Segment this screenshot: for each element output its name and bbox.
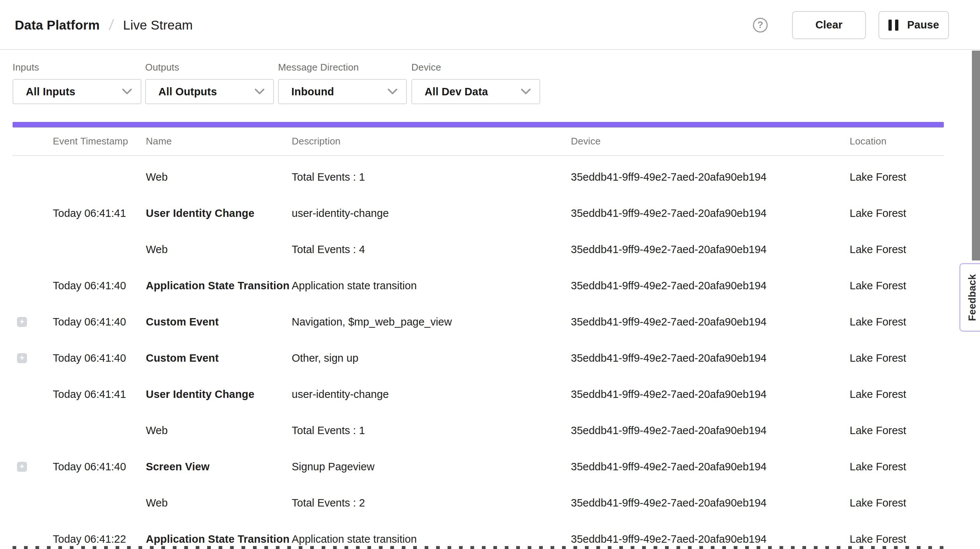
event-device: 35eddb41-9ff9-49e2-7aed-20afa90eb194 <box>571 207 850 219</box>
table-row[interactable]: + Today 06:41:40 Custom Event Navigation… <box>13 304 944 340</box>
event-device: 35eddb41-9ff9-49e2-7aed-20afa90eb194 <box>571 171 850 183</box>
expand-cell: + <box>13 281 53 291</box>
filter-message-direction-label: Message Direction <box>278 62 407 73</box>
table-row[interactable]: + Web Total Events : 4 35eddb41-9ff9-49e… <box>13 231 944 268</box>
expand-plus-icon[interactable]: + <box>17 462 27 472</box>
event-name: Custom Event <box>146 316 292 328</box>
expand-cell: + <box>13 462 53 472</box>
event-name: Web <box>146 243 292 256</box>
vertical-scrollbar[interactable] <box>972 51 980 260</box>
event-timestamp: Today 06:41:40 <box>53 461 146 473</box>
event-device: 35eddb41-9ff9-49e2-7aed-20afa90eb194 <box>571 388 850 401</box>
table-row[interactable]: + Web Total Events : 2 35eddb41-9ff9-49e… <box>13 485 944 521</box>
event-name: Web <box>146 497 292 509</box>
event-timestamp: Today 06:41:40 <box>53 316 146 328</box>
message-direction-dropdown[interactable]: Inbound <box>278 79 407 104</box>
chevron-down-icon <box>388 89 397 94</box>
table-row[interactable]: + Today 06:41:40 Application State Trans… <box>13 268 944 304</box>
event-description: Signup Pageview <box>292 461 571 473</box>
table-row[interactable]: + Today 06:41:41 User Identity Change us… <box>13 376 944 412</box>
help-icon[interactable]: ? <box>753 18 768 32</box>
header-actions: ? Clear Pause <box>753 0 949 50</box>
expand-cell: + <box>13 244 53 255</box>
breadcrumb-separator: / <box>108 17 115 33</box>
event-description: Total Events : 2 <box>292 497 571 509</box>
event-device: 35eddb41-9ff9-49e2-7aed-20afa90eb194 <box>571 425 850 437</box>
event-location: Lake Forest <box>850 425 944 437</box>
breadcrumb: Data Platform / Live Stream <box>15 0 193 50</box>
event-location: Lake Forest <box>850 280 944 292</box>
event-description: Application state transition <box>292 533 571 545</box>
outputs-dropdown-value: All Outputs <box>158 86 217 98</box>
filter-device-label: Device <box>411 62 540 73</box>
event-location: Lake Forest <box>850 533 944 545</box>
chevron-down-icon <box>255 89 264 94</box>
feedback-tab[interactable]: Feedback <box>959 263 980 332</box>
event-description: Other, sign up <box>292 352 571 364</box>
inputs-dropdown[interactable]: All Inputs <box>13 79 142 104</box>
event-location: Lake Forest <box>850 352 944 364</box>
event-location: Lake Forest <box>850 388 944 401</box>
pause-button[interactable]: Pause <box>878 11 949 39</box>
breadcrumb-data-platform[interactable]: Data Platform <box>15 18 100 32</box>
table-row[interactable]: + Today 06:41:22 Application State Trans… <box>13 521 944 549</box>
event-name: Screen View <box>146 461 292 473</box>
chevron-down-icon <box>521 89 531 94</box>
event-device: 35eddb41-9ff9-49e2-7aed-20afa90eb194 <box>571 243 850 256</box>
live-stream-page: Data Platform / Live Stream ? Clear Paus… <box>0 0 980 549</box>
event-name: Application State Transition <box>146 533 292 545</box>
event-timestamp: Today 06:41:22 <box>53 533 146 545</box>
table-row[interactable]: + Today 06:41:40 Custom Event Other, sig… <box>13 340 944 376</box>
event-location: Lake Forest <box>850 497 944 509</box>
event-device: 35eddb41-9ff9-49e2-7aed-20afa90eb194 <box>571 533 850 545</box>
chevron-down-icon <box>122 89 132 94</box>
expand-cell: + <box>13 426 53 436</box>
message-direction-dropdown-value: Inbound <box>291 86 334 98</box>
event-timestamp: Today 06:41:40 <box>53 352 146 364</box>
event-device: 35eddb41-9ff9-49e2-7aed-20afa90eb194 <box>571 280 850 292</box>
filter-inputs-label: Inputs <box>13 62 142 73</box>
event-location: Lake Forest <box>850 461 944 473</box>
table-row[interactable]: + Web Total Events : 1 35eddb41-9ff9-49e… <box>13 412 944 448</box>
column-header-location: Location <box>850 136 944 147</box>
event-timestamp: Today 06:41:41 <box>53 388 146 401</box>
event-name: Web <box>146 171 292 183</box>
filter-outputs: Outputs All Outputs <box>145 50 274 104</box>
clipped-next-row <box>13 546 944 549</box>
outputs-dropdown[interactable]: All Outputs <box>145 79 274 104</box>
column-header-event-timestamp: Event Timestamp <box>53 136 146 147</box>
table-row[interactable]: + Web Total Events : 1 35eddb41-9ff9-49e… <box>13 159 944 195</box>
event-device: 35eddb41-9ff9-49e2-7aed-20afa90eb194 <box>571 352 850 364</box>
event-location: Lake Forest <box>850 207 944 219</box>
filter-message-direction: Message Direction Inbound <box>278 50 407 104</box>
expand-cell: + <box>13 534 53 544</box>
expand-plus-icon[interactable]: + <box>17 317 27 327</box>
feedback-tab-label: Feedback <box>964 274 978 321</box>
event-device: 35eddb41-9ff9-49e2-7aed-20afa90eb194 <box>571 497 850 509</box>
table-row[interactable]: + Today 06:41:40 Screen View Signup Page… <box>13 448 944 485</box>
expand-cell: + <box>13 317 53 327</box>
event-device: 35eddb41-9ff9-49e2-7aed-20afa90eb194 <box>571 461 850 473</box>
live-stream-progress-bar <box>13 122 944 128</box>
filter-outputs-label: Outputs <box>145 62 274 73</box>
expand-plus-icon[interactable]: + <box>17 353 27 363</box>
expand-cell: + <box>13 353 53 363</box>
device-dropdown[interactable]: All Dev Data <box>411 79 540 104</box>
column-header-description: Description <box>292 136 571 147</box>
event-name: Application State Transition <box>146 280 292 292</box>
event-location: Lake Forest <box>850 171 944 183</box>
expand-cell: + <box>13 172 53 182</box>
table-row[interactable]: + Today 06:41:41 User Identity Change us… <box>13 195 944 231</box>
event-location: Lake Forest <box>850 243 944 256</box>
inputs-dropdown-value: All Inputs <box>26 86 75 98</box>
pause-button-label: Pause <box>907 19 939 31</box>
event-description: Total Events : 1 <box>292 171 571 183</box>
clear-button[interactable]: Clear <box>792 11 866 39</box>
expand-cell: + <box>13 208 53 219</box>
event-device: 35eddb41-9ff9-49e2-7aed-20afa90eb194 <box>571 316 850 328</box>
table-header: Event Timestamp Name Description Device … <box>13 128 944 156</box>
event-description: Navigation, $mp_web_page_view <box>292 316 571 328</box>
filter-device: Device All Dev Data <box>411 50 540 104</box>
event-timestamp: Today 06:41:41 <box>53 207 146 219</box>
event-name: Web <box>146 425 292 437</box>
